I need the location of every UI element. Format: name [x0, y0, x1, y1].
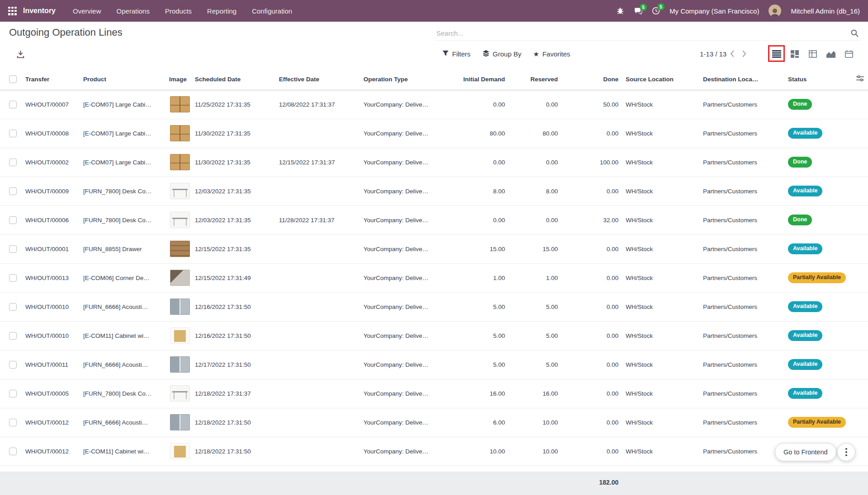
transfer-cell[interactable]: WH/OUT/00008: [23, 119, 80, 148]
favorites-button[interactable]: ★ Favorites: [533, 47, 570, 61]
product-cell[interactable]: [FURN_6666] Acousti…: [80, 408, 166, 437]
scheduled-date-cell[interactable]: 12/15/2022 17:31:49: [192, 263, 276, 292]
status-cell[interactable]: Available: [785, 321, 852, 350]
col-done[interactable]: Done: [562, 69, 623, 90]
initial-demand-cell[interactable]: 0.00: [443, 90, 509, 119]
col-product[interactable]: Product: [80, 69, 166, 90]
source-location-cell[interactable]: WH/Stock: [623, 205, 700, 234]
initial-demand-cell[interactable]: 15.00: [443, 234, 509, 263]
product-cell[interactable]: [E-COM07] Large Cabi…: [80, 119, 166, 148]
done-cell[interactable]: 32.00: [562, 205, 623, 234]
product-image-cell[interactable]: [166, 119, 192, 148]
operation-type-cell[interactable]: YourCompany: Delive…: [361, 205, 443, 234]
destination-location-cell[interactable]: Partners/Customers: [700, 234, 785, 263]
table-row[interactable]: WH/OUT/00011 [FURN_6666] Acousti… 12/17/…: [0, 350, 868, 379]
done-cell[interactable]: 0.00: [562, 263, 623, 292]
product-cell[interactable]: [FURN_6666] Acousti…: [80, 350, 166, 379]
optional-columns-icon[interactable]: [852, 69, 868, 90]
done-cell[interactable]: 0.00: [562, 177, 623, 205]
scheduled-date-cell[interactable]: 12/17/2022 17:31:50: [192, 350, 276, 379]
product-cell[interactable]: [FURN_8855] Drawer: [80, 234, 166, 263]
scheduled-date-cell[interactable]: 12/16/2022 17:31:50: [192, 321, 276, 350]
table-row[interactable]: WH/OUT/00002 [E-COM07] Large Cabi… 11/30…: [0, 148, 868, 177]
nav-menu-overview[interactable]: Overview: [73, 7, 101, 15]
initial-demand-cell[interactable]: 8.00: [443, 177, 509, 205]
status-cell[interactable]: Done: [785, 148, 852, 177]
transfer-cell[interactable]: WH/OUT/00011: [23, 350, 80, 379]
operation-type-cell[interactable]: YourCompany: Delive…: [361, 437, 443, 466]
reserved-cell[interactable]: 5.00: [509, 292, 562, 321]
transfer-cell[interactable]: WH/OUT/00012: [23, 437, 80, 466]
reserved-cell[interactable]: 0.00: [509, 148, 562, 177]
transfer-cell[interactable]: WH/OUT/00009: [23, 177, 80, 205]
product-image-cell[interactable]: [166, 177, 192, 205]
initial-demand-cell[interactable]: 10.00: [443, 437, 509, 466]
effective-date-cell[interactable]: [276, 321, 361, 350]
scheduled-date-cell[interactable]: 12/03/2022 17:31:35: [192, 205, 276, 234]
done-cell[interactable]: 0.00: [562, 408, 623, 437]
col-initial-demand[interactable]: Initial Demand: [443, 69, 509, 90]
row-checkbox[interactable]: [9, 303, 17, 311]
initial-demand-cell[interactable]: 5.00: [443, 321, 509, 350]
table-row[interactable]: WH/OUT/00008 [E-COM07] Large Cabi… 11/30…: [0, 119, 868, 148]
status-cell[interactable]: Available: [785, 119, 852, 148]
product-cell[interactable]: [E-COM11] Cabinet wi…: [80, 321, 166, 350]
status-cell[interactable]: Done: [785, 205, 852, 234]
product-cell[interactable]: [E-COM07] Large Cabi…: [80, 90, 166, 119]
effective-date-cell[interactable]: [276, 177, 361, 205]
effective-date-cell[interactable]: [276, 292, 361, 321]
operation-type-cell[interactable]: YourCompany: Delive…: [361, 321, 443, 350]
done-cell[interactable]: 0.00: [562, 437, 623, 466]
filters-button[interactable]: Filters: [442, 47, 471, 61]
row-checkbox[interactable]: [9, 245, 17, 253]
operation-type-cell[interactable]: YourCompany: Delive…: [361, 90, 443, 119]
col-effective-date[interactable]: Effective Date: [276, 69, 361, 90]
source-location-cell[interactable]: WH/Stock: [623, 350, 700, 379]
row-checkbox[interactable]: [9, 187, 17, 195]
source-location-cell[interactable]: WH/Stock: [623, 148, 700, 177]
table-row[interactable]: WH/OUT/00001 [FURN_8855] Drawer 12/15/20…: [0, 234, 868, 263]
reserved-cell[interactable]: 10.00: [509, 437, 562, 466]
apps-grid-icon[interactable]: [8, 7, 17, 15]
col-status[interactable]: Status: [785, 69, 852, 90]
view-graph-icon[interactable]: [826, 47, 836, 61]
destination-location-cell[interactable]: Partners/Customers: [700, 321, 785, 350]
effective-date-cell[interactable]: 11/28/2022 17:31:37: [276, 205, 361, 234]
view-list-icon[interactable]: [771, 47, 782, 61]
product-image-cell[interactable]: [166, 263, 192, 292]
product-cell[interactable]: [E-COM11] Cabinet wi…: [80, 437, 166, 466]
destination-location-cell[interactable]: Partners/Customers: [700, 408, 785, 437]
reserved-cell[interactable]: 8.00: [509, 177, 562, 205]
table-row[interactable]: WH/OUT/00005 [FURN_7800] Desk Co… 12/18/…: [0, 379, 868, 408]
reserved-cell[interactable]: 16.00: [509, 379, 562, 408]
destination-location-cell[interactable]: Partners/Customers: [700, 148, 785, 177]
nav-menu-operations[interactable]: Operations: [117, 7, 150, 15]
product-image-cell[interactable]: [166, 350, 192, 379]
reserved-cell[interactable]: 5.00: [509, 350, 562, 379]
product-cell[interactable]: [E-COM06] Corner De…: [80, 263, 166, 292]
export-download-icon[interactable]: [14, 47, 27, 61]
source-location-cell[interactable]: WH/Stock: [623, 119, 700, 148]
reserved-cell[interactable]: 0.00: [509, 90, 562, 119]
destination-location-cell[interactable]: Partners/Customers: [700, 437, 785, 466]
done-cell[interactable]: 0.00: [562, 350, 623, 379]
operation-type-cell[interactable]: YourCompany: Delive…: [361, 234, 443, 263]
operation-type-cell[interactable]: YourCompany: Delive…: [361, 148, 443, 177]
initial-demand-cell[interactable]: 0.00: [443, 148, 509, 177]
view-pivot-icon[interactable]: [807, 47, 818, 61]
scheduled-date-cell[interactable]: 11/25/2022 17:31:35: [192, 90, 276, 119]
initial-demand-cell[interactable]: 16.00: [443, 379, 509, 408]
product-image-cell[interactable]: [166, 234, 192, 263]
reserved-cell[interactable]: 10.00: [509, 408, 562, 437]
status-cell[interactable]: Available: [785, 292, 852, 321]
status-cell[interactable]: Partially Available: [785, 408, 852, 437]
effective-date-cell[interactable]: [276, 263, 361, 292]
operation-type-cell[interactable]: YourCompany: Delive…: [361, 292, 443, 321]
status-cell[interactable]: Done: [785, 90, 852, 119]
transfer-cell[interactable]: WH/OUT/00006: [23, 205, 80, 234]
table-row[interactable]: WH/OUT/00007 [E-COM07] Large Cabi… 11/25…: [0, 90, 868, 119]
transfer-cell[interactable]: WH/OUT/00002: [23, 148, 80, 177]
product-image-cell[interactable]: [166, 148, 192, 177]
scheduled-date-cell[interactable]: 12/03/2022 17:31:35: [192, 177, 276, 205]
col-reserved[interactable]: Reserved: [509, 69, 562, 90]
